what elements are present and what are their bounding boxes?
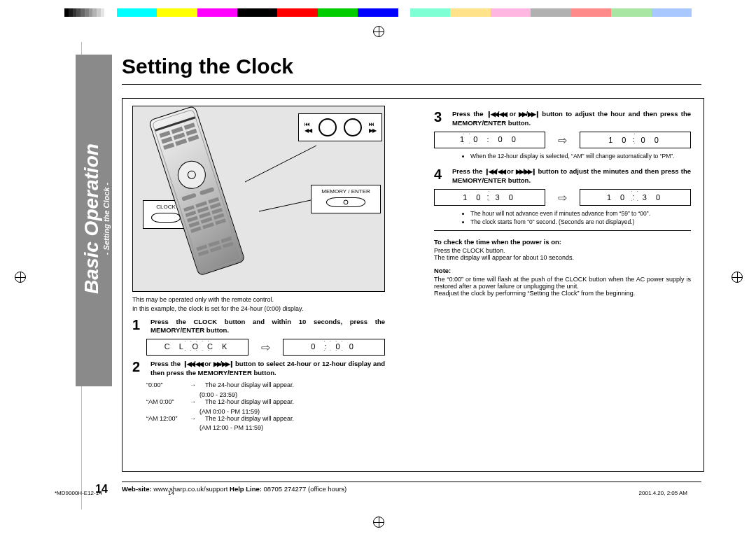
registration-mark-icon (15, 272, 26, 283)
content-frame: ⏮◀◀ ⏭▶▶ CLOCK MEMORY / ENTER (122, 98, 704, 472)
forward2-icon: ▶▶❙ (528, 111, 539, 119)
callout-label: MEMORY / ENTER (321, 188, 370, 195)
caption-text: In this example, the clock is set for th… (132, 305, 385, 313)
lcd-display: 1 0 ` `:` ` 3 0 (580, 189, 691, 206)
button-circle-icon (318, 118, 337, 136)
forward-icon: ⏭▶▶ (369, 121, 376, 134)
step-number: 4 (434, 167, 448, 181)
lcd-display: ` ` ` ` ` C L O C K ` ` ` ` ` (146, 339, 248, 356)
note-heading: Note: (434, 267, 691, 274)
step-text: Press the ❙◀◀/◀◀ or ▶▶/▶▶❙ button to sel… (150, 360, 385, 377)
caption-text: This may be operated only with the remot… (132, 296, 385, 304)
print-meta-file: *MD9000H-E12-14 (55, 490, 102, 496)
rewind-icon: ❙◀◀ (484, 168, 496, 176)
forward2-icon: ▶▶❙ (222, 360, 233, 369)
page-footer: Web-site: www.sharp.co.uk/support Help L… (122, 482, 701, 493)
tab-sub-label: - Setting the Clock - (103, 53, 111, 385)
step-3-notes: When the 12-hour display is selected, “A… (442, 153, 691, 160)
print-meta-date: 2001.4.20, 2:05 AM (639, 490, 687, 496)
registration-mark-icon (373, 517, 384, 528)
step-3: 3 Press the ❙◀◀/◀◀ or ▶▶/▶▶❙ button to a… (434, 110, 691, 127)
check-heading: To check the time when the power is on: (434, 238, 691, 246)
lcd-display: 1 0 `:` 3 0 (434, 189, 545, 206)
step-4-notes: The hour will not advance even if minute… (442, 210, 691, 226)
rewind-icon: ❙◀◀ (486, 111, 498, 119)
step-4: 4 Press the ❙◀◀/◀◀ or ▶▶/▶▶❙ button to a… (434, 167, 691, 185)
step-text: Press the ❙◀◀/◀◀ or ▶▶/▶▶❙ button to adj… (452, 110, 691, 127)
callout-label: CLOCK (156, 204, 176, 210)
svg-line-2 (245, 146, 316, 182)
remote-illustration: ⏮◀◀ ⏭▶▶ CLOCK MEMORY / ENTER (132, 106, 385, 292)
arrow-right-icon: ⇨ (558, 134, 567, 147)
lcd-display: ` ` ` ` 0 : 0 0 ` ` ` ` (283, 339, 385, 356)
section-tab: Basic Operation - Setting the Clock - (76, 55, 112, 386)
rewind-icon: ❙◀◀ (183, 360, 194, 369)
step-1: 1 Press the CLOCK button and within 10 s… (132, 318, 385, 335)
step-text: Press the ❙◀◀/◀◀ or ▶▶/▶▶❙ button to adj… (452, 167, 691, 185)
forward-icon: ▶▶ (516, 168, 523, 176)
print-meta-page: 14 (168, 490, 174, 496)
manual-page: Setting the Clock Basic Operation - Sett… (42, 42, 714, 510)
step-number: 2 (132, 360, 146, 374)
remote-control-body (148, 106, 244, 275)
forward-icon: ▶▶ (519, 111, 526, 119)
forward-icon: ▶▶ (214, 360, 220, 369)
lcd-display: ` ` 1 0 : 0 0 ` ` (434, 132, 545, 148)
step-2: 2 Press the ❙◀◀/◀◀ or ▶▶/▶▶❙ button to s… (132, 360, 385, 377)
memory-enter-callout: MEMORY / ENTER (311, 185, 381, 213)
body-text: The time display will appear for about 1… (434, 254, 691, 261)
body-text: The “0:00” or time will flash at the pus… (434, 276, 691, 290)
rewind2-icon: ◀◀ (499, 111, 506, 119)
svg-line-1 (259, 200, 311, 211)
rewind-icon: ⏮◀◀ (304, 121, 312, 134)
rewind2-icon: ◀◀ (195, 360, 202, 369)
registration-mark-icon (373, 26, 384, 37)
lcd-display: 1 0 `:` 0 0 (580, 132, 691, 148)
rewind2-icon: ◀◀ (498, 168, 505, 176)
arrow-right-icon: ⇨ (558, 191, 567, 204)
body-text: Readjust the clock by performing “Settin… (434, 290, 691, 297)
button-circle-icon (344, 118, 362, 136)
step-number: 3 (434, 110, 448, 124)
tab-main-label: Basic Operation (80, 143, 102, 294)
arrow-right-icon: ⇨ (261, 341, 270, 354)
skip-buttons-callout: ⏮◀◀ ⏭▶▶ (298, 113, 382, 141)
body-text: Press the CLOCK button. (434, 247, 691, 254)
step-number: 1 (132, 318, 146, 332)
step-text: Press the CLOCK button and within 10 sec… (150, 318, 385, 335)
display-mode-table: “0:00”→The 24-hour display will appear. … (146, 381, 385, 431)
page-title: Setting the Clock (122, 55, 293, 78)
forward2-icon: ▶▶❙ (524, 168, 536, 176)
print-color-bar (64, 8, 692, 17)
registration-mark-icon (732, 272, 743, 283)
